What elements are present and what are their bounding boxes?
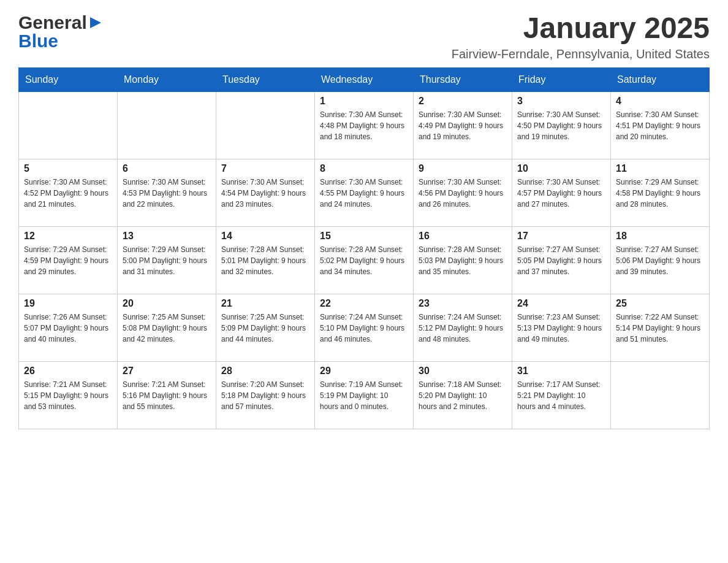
day-number: 3 [517,96,605,107]
title-block: January 2025 Fairview-Ferndale, Pennsylv… [452,12,710,61]
day-info: Sunrise: 7:30 AM Sunset: 4:56 PM Dayligh… [419,177,507,210]
day-info: Sunrise: 7:30 AM Sunset: 4:57 PM Dayligh… [517,177,605,210]
calendar-cell: 2Sunrise: 7:30 AM Sunset: 4:49 PM Daylig… [414,91,512,159]
calendar-week-3: 12Sunrise: 7:29 AM Sunset: 4:59 PM Dayli… [19,226,710,294]
day-info: Sunrise: 7:26 AM Sunset: 5:07 PM Dayligh… [24,312,112,345]
day-number: 29 [320,366,408,377]
calendar-cell: 24Sunrise: 7:23 AM Sunset: 5:13 PM Dayli… [512,294,611,361]
day-info: Sunrise: 7:30 AM Sunset: 4:54 PM Dayligh… [221,177,309,210]
calendar-header: SundayMondayTuesdayWednesdayThursdayFrid… [19,67,710,91]
day-info: Sunrise: 7:29 AM Sunset: 5:00 PM Dayligh… [123,244,211,277]
calendar-cell: 15Sunrise: 7:28 AM Sunset: 5:02 PM Dayli… [315,226,414,294]
calendar-cell: 20Sunrise: 7:25 AM Sunset: 5:08 PM Dayli… [118,294,216,361]
day-number: 15 [320,231,408,242]
day-number: 14 [221,231,309,242]
day-info: Sunrise: 7:28 AM Sunset: 5:03 PM Dayligh… [419,244,507,277]
logo: General Blue [18,12,102,52]
weekday-header-thursday: Thursday [414,67,512,91]
day-info: Sunrise: 7:23 AM Sunset: 5:13 PM Dayligh… [517,312,605,345]
calendar-cell: 16Sunrise: 7:28 AM Sunset: 5:03 PM Dayli… [414,226,512,294]
day-number: 18 [616,231,704,242]
calendar-week-2: 5Sunrise: 7:30 AM Sunset: 4:52 PM Daylig… [19,159,710,226]
day-info: Sunrise: 7:30 AM Sunset: 4:51 PM Dayligh… [616,109,704,142]
calendar-cell: 6Sunrise: 7:30 AM Sunset: 4:53 PM Daylig… [118,159,216,226]
day-number: 2 [419,96,507,107]
day-info: Sunrise: 7:27 AM Sunset: 5:06 PM Dayligh… [616,244,704,277]
day-info: Sunrise: 7:30 AM Sunset: 4:52 PM Dayligh… [24,177,112,210]
location-text: Fairview-Ferndale, Pennsylvania, United … [452,47,710,61]
calendar-cell: 3Sunrise: 7:30 AM Sunset: 4:50 PM Daylig… [512,91,611,159]
day-info: Sunrise: 7:30 AM Sunset: 4:49 PM Dayligh… [419,109,507,142]
calendar-body: 1Sunrise: 7:30 AM Sunset: 4:48 PM Daylig… [19,91,710,429]
calendar-cell: 22Sunrise: 7:24 AM Sunset: 5:10 PM Dayli… [315,294,414,361]
calendar-week-1: 1Sunrise: 7:30 AM Sunset: 4:48 PM Daylig… [19,91,710,159]
calendar-cell: 12Sunrise: 7:29 AM Sunset: 4:59 PM Dayli… [19,226,118,294]
day-info: Sunrise: 7:21 AM Sunset: 5:15 PM Dayligh… [24,379,112,412]
calendar-cell: 9Sunrise: 7:30 AM Sunset: 4:56 PM Daylig… [414,159,512,226]
day-info: Sunrise: 7:27 AM Sunset: 5:05 PM Dayligh… [517,244,605,277]
calendar-cell: 21Sunrise: 7:25 AM Sunset: 5:09 PM Dayli… [216,294,315,361]
weekday-header-sunday: Sunday [19,67,118,91]
day-info: Sunrise: 7:18 AM Sunset: 5:20 PM Dayligh… [419,379,507,412]
page-header: General Blue January 2025 Fairview-Fernd… [18,12,710,61]
calendar-cell [19,91,118,159]
calendar-cell: 27Sunrise: 7:21 AM Sunset: 5:16 PM Dayli… [118,361,216,429]
calendar-cell: 1Sunrise: 7:30 AM Sunset: 4:48 PM Daylig… [315,91,414,159]
logo-general-text: General [18,12,87,33]
day-number: 8 [320,163,408,174]
day-info: Sunrise: 7:28 AM Sunset: 5:01 PM Dayligh… [221,244,309,277]
calendar-cell [611,361,710,429]
day-info: Sunrise: 7:30 AM Sunset: 4:48 PM Dayligh… [320,109,408,142]
day-number: 25 [616,298,704,309]
calendar-cell: 17Sunrise: 7:27 AM Sunset: 5:05 PM Dayli… [512,226,611,294]
calendar-cell: 5Sunrise: 7:30 AM Sunset: 4:52 PM Daylig… [19,159,118,226]
day-number: 4 [616,96,704,107]
logo-blue-text: Blue [18,31,102,52]
day-info: Sunrise: 7:22 AM Sunset: 5:14 PM Dayligh… [616,312,704,345]
weekday-header-monday: Monday [118,67,216,91]
day-number: 12 [24,231,112,242]
day-number: 7 [221,163,309,174]
day-number: 26 [24,366,112,377]
calendar-cell: 31Sunrise: 7:17 AM Sunset: 5:21 PM Dayli… [512,361,611,429]
calendar-cell: 10Sunrise: 7:30 AM Sunset: 4:57 PM Dayli… [512,159,611,226]
calendar-cell: 23Sunrise: 7:24 AM Sunset: 5:12 PM Dayli… [414,294,512,361]
calendar-cell: 7Sunrise: 7:30 AM Sunset: 4:54 PM Daylig… [216,159,315,226]
day-info: Sunrise: 7:20 AM Sunset: 5:18 PM Dayligh… [221,379,309,412]
day-number: 11 [616,163,704,174]
calendar-cell: 18Sunrise: 7:27 AM Sunset: 5:06 PM Dayli… [611,226,710,294]
day-info: Sunrise: 7:29 AM Sunset: 4:59 PM Dayligh… [24,244,112,277]
day-info: Sunrise: 7:28 AM Sunset: 5:02 PM Dayligh… [320,244,408,277]
day-number: 24 [517,298,605,309]
day-info: Sunrise: 7:29 AM Sunset: 4:58 PM Dayligh… [616,177,704,210]
day-info: Sunrise: 7:25 AM Sunset: 5:08 PM Dayligh… [123,312,211,345]
day-info: Sunrise: 7:30 AM Sunset: 4:50 PM Dayligh… [517,109,605,142]
day-info: Sunrise: 7:30 AM Sunset: 4:53 PM Dayligh… [123,177,211,210]
day-number: 9 [419,163,507,174]
calendar-cell: 8Sunrise: 7:30 AM Sunset: 4:55 PM Daylig… [315,159,414,226]
day-info: Sunrise: 7:19 AM Sunset: 5:19 PM Dayligh… [320,379,408,412]
calendar-week-5: 26Sunrise: 7:21 AM Sunset: 5:15 PM Dayli… [19,361,710,429]
day-info: Sunrise: 7:25 AM Sunset: 5:09 PM Dayligh… [221,312,309,345]
day-number: 28 [221,366,309,377]
day-number: 22 [320,298,408,309]
day-number: 27 [123,366,211,377]
calendar-cell: 25Sunrise: 7:22 AM Sunset: 5:14 PM Dayli… [611,294,710,361]
calendar-cell: 4Sunrise: 7:30 AM Sunset: 4:51 PM Daylig… [611,91,710,159]
day-number: 31 [517,366,605,377]
day-info: Sunrise: 7:24 AM Sunset: 5:10 PM Dayligh… [320,312,408,345]
calendar-cell [118,91,216,159]
day-number: 6 [123,163,211,174]
day-number: 23 [419,298,507,309]
day-number: 10 [517,163,605,174]
weekday-header-friday: Friday [512,67,611,91]
day-number: 20 [123,298,211,309]
calendar-table: SundayMondayTuesdayWednesdayThursdayFrid… [18,67,710,429]
day-info: Sunrise: 7:21 AM Sunset: 5:16 PM Dayligh… [123,379,211,412]
header-row: SundayMondayTuesdayWednesdayThursdayFrid… [19,67,710,91]
logo-arrow-icon [89,16,102,29]
day-number: 21 [221,298,309,309]
day-info: Sunrise: 7:30 AM Sunset: 4:55 PM Dayligh… [320,177,408,210]
calendar-cell: 28Sunrise: 7:20 AM Sunset: 5:18 PM Dayli… [216,361,315,429]
calendar-cell: 30Sunrise: 7:18 AM Sunset: 5:20 PM Dayli… [414,361,512,429]
